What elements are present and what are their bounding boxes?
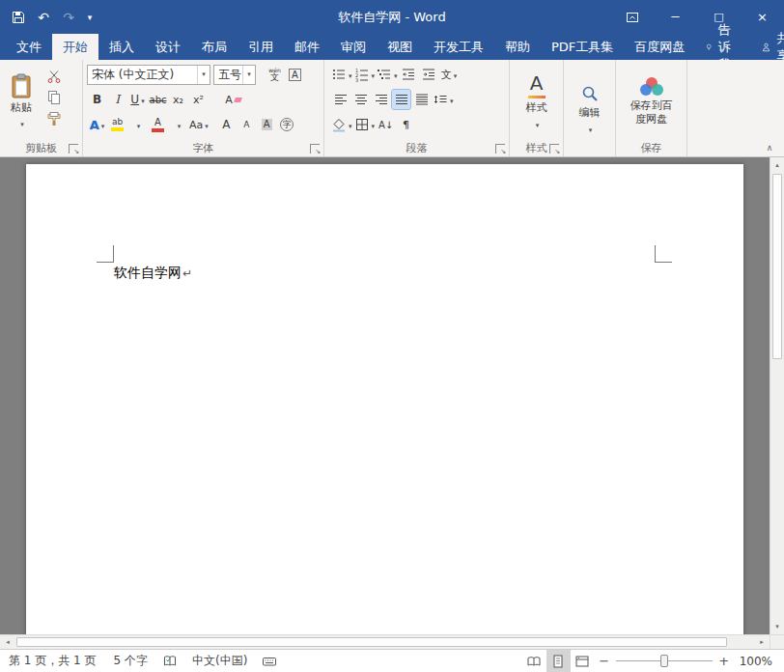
- italic-button[interactable]: I: [108, 90, 126, 109]
- tab-baidu-netdisk[interactable]: 百度网盘: [624, 34, 695, 60]
- sort-button[interactable]: A↓: [377, 115, 395, 134]
- subscript-button[interactable]: x₂: [169, 90, 187, 109]
- font-name-value: 宋体 (中文正文): [88, 67, 197, 83]
- save-to-baidu-button[interactable]: 保存到百度网盘: [618, 62, 685, 140]
- zoom-slider[interactable]: [616, 650, 713, 672]
- distribute-button[interactable]: [412, 90, 431, 109]
- font-color-caret[interactable]: [169, 115, 187, 134]
- spellcheck-book-icon: [162, 654, 178, 669]
- font-size-combo[interactable]: 五号: [213, 65, 256, 85]
- read-mode-view-button[interactable]: [522, 650, 546, 672]
- paste-button[interactable]: 粘贴: [2, 62, 41, 140]
- tab-design[interactable]: 设计: [145, 34, 191, 60]
- scroll-left-button[interactable]: ◂: [0, 635, 15, 649]
- highlight-button[interactable]: ab: [108, 115, 126, 134]
- bold-button[interactable]: B: [88, 90, 106, 109]
- dropdown-caret-icon: [450, 94, 454, 106]
- proofing-status-button[interactable]: [156, 650, 183, 672]
- align-center-button[interactable]: [351, 90, 370, 109]
- tab-pdf-tools[interactable]: PDF工具集: [541, 34, 624, 60]
- styles-button[interactable]: A 样式: [512, 62, 561, 140]
- zoom-out-button[interactable]: −: [595, 650, 614, 672]
- page-info-status[interactable]: 第 1 页，共 1 页: [0, 650, 105, 672]
- strikethrough-button[interactable]: abc: [149, 90, 167, 109]
- line-spacing-button[interactable]: [433, 90, 454, 109]
- grow-font-button[interactable]: A: [217, 115, 236, 134]
- font-color-button[interactable]: A: [149, 115, 167, 134]
- scroll-up-button[interactable]: ▴: [770, 157, 784, 173]
- decrease-indent-button[interactable]: [400, 65, 418, 84]
- underline-icon: U: [130, 93, 139, 106]
- character-border-button[interactable]: A: [286, 65, 304, 84]
- tell-me-button[interactable]: 告诉我: [695, 34, 747, 60]
- styles-dialog-launcher[interactable]: [549, 144, 559, 154]
- print-layout-view-button[interactable]: [546, 650, 571, 672]
- tab-developer[interactable]: 开发工具: [423, 34, 494, 60]
- zoom-level[interactable]: 100%: [734, 655, 784, 668]
- clear-formatting-icon: A: [225, 94, 233, 106]
- collapse-ribbon-button[interactable]: [761, 141, 778, 154]
- input-mode-button[interactable]: [256, 650, 283, 672]
- word-count-status[interactable]: 5 个字: [105, 650, 156, 672]
- character-shading-button[interactable]: A: [258, 115, 276, 134]
- increase-indent-button[interactable]: [420, 65, 438, 84]
- enclose-characters-button[interactable]: 字: [278, 115, 296, 134]
- undo-button[interactable]: ↶: [31, 4, 56, 30]
- vertical-scroll-thumb[interactable]: [772, 174, 782, 359]
- asian-layout-button[interactable]: 文: [440, 65, 459, 84]
- align-right-button[interactable]: [372, 90, 390, 109]
- document-page[interactable]: 软件自学网↵: [26, 164, 743, 634]
- zoom-in-button[interactable]: +: [714, 650, 734, 672]
- vertical-scrollbar[interactable]: ▴ ▾: [770, 157, 784, 634]
- clipboard-small-buttons: [41, 62, 64, 140]
- cut-button[interactable]: [44, 67, 63, 86]
- text-effects-button[interactable]: A: [88, 115, 106, 134]
- underline-button[interactable]: U: [128, 90, 147, 109]
- tab-file[interactable]: 文件: [6, 34, 52, 60]
- paragraph-dialog-launcher[interactable]: [495, 144, 505, 154]
- editing-button[interactable]: 编辑: [566, 62, 613, 156]
- shrink-font-button[interactable]: A: [238, 115, 256, 134]
- document-text-line[interactable]: 软件自学网↵: [114, 265, 192, 282]
- superscript-button[interactable]: x²: [189, 90, 208, 109]
- tab-insert[interactable]: 插入: [98, 34, 145, 60]
- highlight-caret[interactable]: [128, 115, 147, 134]
- bullets-button[interactable]: [331, 65, 352, 84]
- tab-home[interactable]: 开始: [52, 34, 98, 60]
- redo-button[interactable]: ↷: [56, 4, 81, 30]
- ribbon-display-options-button[interactable]: [610, 0, 654, 34]
- tab-review[interactable]: 审阅: [330, 34, 377, 60]
- justify-button[interactable]: [392, 90, 410, 109]
- web-layout-view-button[interactable]: [571, 650, 595, 672]
- scroll-right-button[interactable]: ▸: [754, 635, 770, 649]
- show-hide-marks-button[interactable]: ¶: [397, 115, 415, 134]
- multilevel-list-button[interactable]: [377, 65, 398, 84]
- copy-button[interactable]: [44, 88, 63, 107]
- share-button[interactable]: 共享: [747, 34, 784, 60]
- align-left-button[interactable]: [331, 90, 350, 109]
- change-case-button[interactable]: Aa: [189, 115, 209, 134]
- shading-button[interactable]: [331, 115, 352, 134]
- tab-references[interactable]: 引用: [238, 34, 284, 60]
- clear-formatting-button[interactable]: A: [224, 90, 242, 109]
- tab-help[interactable]: 帮助: [494, 34, 541, 60]
- numbering-button[interactable]: [354, 65, 376, 84]
- horizontal-scrollbar[interactable]: ◂ ▸: [0, 634, 770, 649]
- zoom-slider-handle[interactable]: [660, 655, 668, 667]
- phonetic-guide-button[interactable]: wén 文: [266, 65, 284, 84]
- save-button[interactable]: [6, 4, 31, 30]
- tab-layout[interactable]: 布局: [191, 34, 238, 60]
- minimize-button[interactable]: ─: [654, 0, 697, 34]
- horizontal-scroll-thumb[interactable]: [16, 637, 727, 647]
- language-status[interactable]: 中文(中国): [183, 650, 256, 672]
- format-painter-button[interactable]: [44, 109, 63, 128]
- scroll-down-button[interactable]: ▾: [770, 619, 784, 634]
- tab-mailings[interactable]: 邮件: [284, 34, 330, 60]
- tab-view[interactable]: 视图: [377, 34, 423, 60]
- borders-button[interactable]: [354, 115, 376, 134]
- qat-customize-button[interactable]: ▾: [81, 4, 98, 30]
- clipboard-dialog-launcher[interactable]: [69, 144, 78, 154]
- font-dialog-launcher[interactable]: [310, 144, 320, 154]
- font-name-combo[interactable]: 宋体 (中文正文): [87, 65, 210, 85]
- dropdown-caret-icon: [349, 69, 352, 81]
